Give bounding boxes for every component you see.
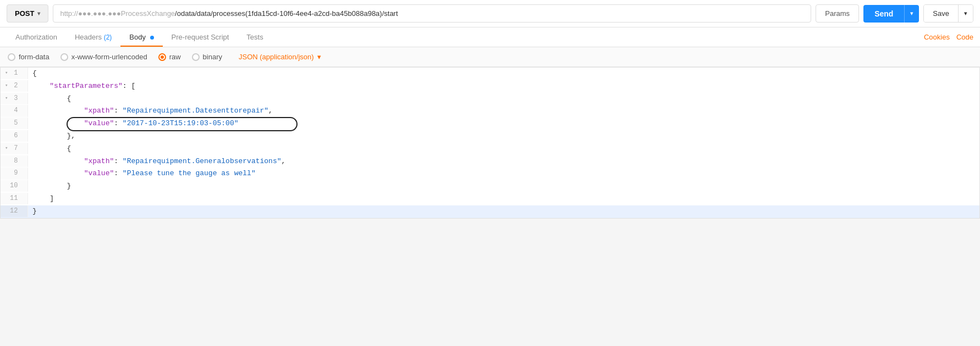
body-type-bar: form-data x-www-form-urlencoded raw bina… <box>0 47 980 67</box>
send-dropdown-button[interactable]: ▾ <box>904 5 919 23</box>
code-content-9: "value": "Please tune the gauge as well" <box>28 168 979 180</box>
top-bar: POST ▾ http://●●●.●●●.●●●ProcessXchange/… <box>0 0 980 27</box>
code-line-3: ▾ 3 { <box>1 93 979 105</box>
url-masked: http://●●●.●●●.●●●ProcessXchange <box>60 9 175 18</box>
fold-arrow-3[interactable]: ▾ <box>5 94 8 102</box>
radio-urlencoded[interactable]: x-www-form-urlencoded <box>60 53 147 61</box>
line-num-area-6: ▾ 6 <box>1 130 28 142</box>
code-content-2: "startParameters": [ <box>28 80 979 93</box>
save-button-group: Save ▾ <box>923 4 973 23</box>
code-content-4: "xpath": "Repairequipment.Datesenttorepa… <box>28 105 979 118</box>
save-button[interactable]: Save <box>924 5 958 22</box>
line-num-area-10: ▾ 10 <box>1 180 28 192</box>
code-line-11: ▾ 11 ] <box>1 193 979 205</box>
code-line-10: ▾ 10 } <box>1 180 979 193</box>
method-chevron: ▾ <box>37 10 40 16</box>
send-button-group: Send ▾ <box>863 5 919 23</box>
line-num-area-1: ▾ 1 <box>1 68 28 79</box>
code-line-7: ▾ 7 { <box>1 143 979 155</box>
code-line-6: ▾ 6 }, <box>1 130 979 143</box>
tab-pre-request[interactable]: Pre-request Script <box>163 27 238 47</box>
code-line-12: ▾ 12 } <box>1 205 979 218</box>
code-line-9: ▾ 9 "value": "Please tune the gauge as w… <box>1 168 979 180</box>
radio-raw-circle <box>158 53 166 61</box>
radio-urlencoded-circle <box>60 53 68 61</box>
format-chevron: ▾ <box>317 53 321 61</box>
code-content-12: } <box>28 205 979 218</box>
fold-arrow-2[interactable]: ▾ <box>5 82 8 90</box>
method-selector[interactable]: POST ▾ <box>7 4 48 23</box>
code-content-6: }, <box>28 130 979 143</box>
code-content-11: ] <box>28 193 979 205</box>
line-num-area-9: ▾ 9 <box>1 168 28 179</box>
radio-raw[interactable]: raw <box>158 53 181 61</box>
line-num-area-7: ▾ 7 <box>1 143 28 154</box>
tab-body[interactable]: Body <box>120 27 162 47</box>
code-line-1: ▾ 1 { <box>1 68 979 80</box>
code-line-5: ▾ 5 "value": "2017-10-23T15:19:03-05:00" <box>1 118 979 130</box>
line-num-area-4: ▾ 4 <box>1 105 28 116</box>
code-line-4: ▾ 4 "xpath": "Repairequipment.Datesentto… <box>1 105 979 118</box>
headers-badge: (2) <box>104 34 112 41</box>
line-num-area-12: ▾ 12 <box>1 205 28 217</box>
radio-binary-circle <box>192 53 200 61</box>
tab-headers[interactable]: Headers (2) <box>66 27 120 47</box>
tabs-bar: Authorization Headers (2) Body Pre-reque… <box>0 27 980 47</box>
format-selector[interactable]: JSON (application/json) ▾ <box>239 53 321 61</box>
url-bar[interactable]: http://●●●.●●●.●●●ProcessXchange/odata/d… <box>53 4 811 23</box>
code-line-2: ▾ 2 "startParameters": [ <box>1 80 979 93</box>
line-num-area-3: ▾ 3 <box>1 93 28 104</box>
format-label: JSON (application/json) <box>239 53 314 61</box>
url-path: /odata/data/processes(1fda15cd-10f6-4ee4… <box>175 9 398 18</box>
line-num-area-8: ▾ 8 <box>1 155 28 167</box>
line-num-area-5: ▾ 5 <box>1 118 28 129</box>
code-content-7: { <box>28 143 979 155</box>
tab-right-actions: Cookies Code <box>924 33 973 41</box>
radio-form-data-circle <box>8 53 15 61</box>
tab-tests[interactable]: Tests <box>238 27 272 47</box>
radio-form-data[interactable]: form-data <box>8 53 49 61</box>
method-label: POST <box>15 9 34 18</box>
fold-arrow-1[interactable]: ▾ <box>5 69 8 77</box>
code-content-10: } <box>28 180 979 193</box>
code-content-5: "value": "2017-10-23T15:19:03-05:00" <box>28 118 979 130</box>
code-link[interactable]: Code <box>956 33 973 41</box>
code-editor[interactable]: ▾ 1 { ▾ 2 "startParameters": [ ▾ 3 { ▾ 4… <box>0 67 980 219</box>
body-active-dot <box>150 36 154 40</box>
code-content-1: { <box>28 68 979 80</box>
code-content-8: "xpath": "Repairequipment.Generalobserva… <box>28 155 979 168</box>
send-button[interactable]: Send <box>863 5 904 23</box>
code-content-3: { <box>28 93 979 105</box>
fold-arrow-7[interactable]: ▾ <box>5 144 8 152</box>
tab-authorization[interactable]: Authorization <box>7 27 66 47</box>
line-num-area-11: ▾ 11 <box>1 193 28 204</box>
save-dropdown-button[interactable]: ▾ <box>958 5 973 22</box>
cookies-link[interactable]: Cookies <box>924 33 950 41</box>
code-line-8: ▾ 8 "xpath": "Repairequipment.Generalobs… <box>1 155 979 168</box>
params-button[interactable]: Params <box>816 4 859 23</box>
radio-binary[interactable]: binary <box>192 53 222 61</box>
line-num-area-2: ▾ 2 <box>1 80 28 92</box>
